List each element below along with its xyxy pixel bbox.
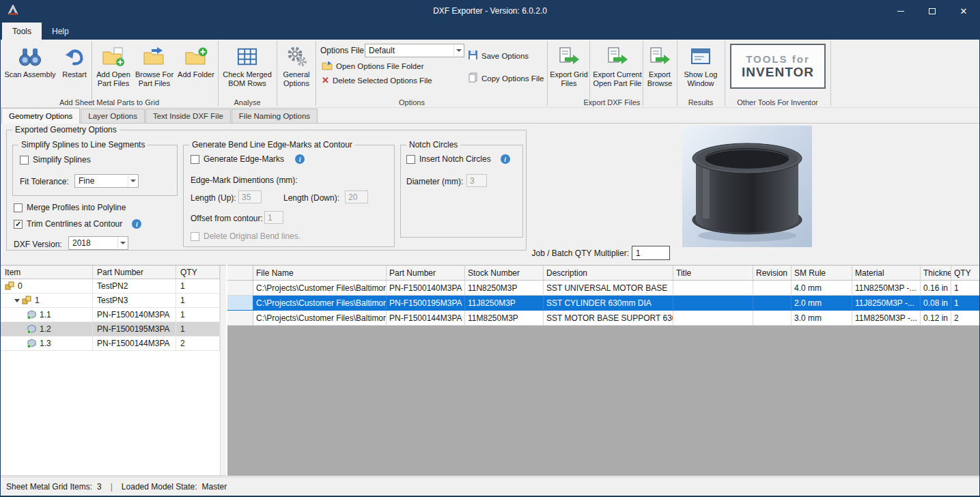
tree-qty: 2: [176, 337, 220, 350]
copy-options-file-button[interactable]: Copy Options File: [468, 72, 544, 84]
check-merged-bom-rows-button[interactable]: Check Merged BOM Rows: [220, 42, 275, 99]
tree-item-number: 0: [18, 281, 23, 291]
col-revision[interactable]: Revision: [753, 266, 792, 280]
delete-selected-options-file-button[interactable]: ✕ Delete Selected Options File: [322, 76, 432, 85]
add-folder-button[interactable]: Add Folder: [177, 42, 215, 99]
col-sm-rule[interactable]: SM Rule: [792, 266, 852, 280]
length-up-input[interactable]: 35: [238, 190, 262, 203]
restart-button[interactable]: Restart: [59, 42, 89, 99]
delete-original-bend-lines-checkbox[interactable]: [191, 232, 199, 241]
info-icon[interactable]: i: [295, 154, 305, 164]
col-file-name[interactable]: File Name: [253, 266, 387, 280]
tree-grid-scrollbar[interactable]: [220, 266, 226, 475]
copy-icon: [468, 72, 478, 84]
cell-title: [673, 311, 753, 326]
qty-multiplier-input[interactable]: 1: [632, 246, 670, 260]
tree-item-number: 1: [35, 296, 40, 305]
grid-row[interactable]: C:\Projects\Customer Files\Baltimor... P…: [227, 281, 980, 296]
simplify-splines-checkbox[interactable]: [20, 156, 29, 165]
tools-for-inventor-logo[interactable]: TOOLS for INVENTOR: [730, 44, 826, 89]
save-options-button[interactable]: Save Options: [468, 50, 529, 61]
part-icon: [27, 324, 37, 334]
tree-col-qty[interactable]: QTY: [176, 266, 220, 279]
cell-file-name: C:\Projects\Customer Files\Baltimor...: [253, 311, 387, 326]
merge-profiles-checkbox-row[interactable]: Merge Profiles into Polyline: [14, 203, 126, 212]
simplify-splines-checkbox-row[interactable]: Simplify Splines: [20, 155, 91, 165]
length-down-input[interactable]: 20: [345, 190, 368, 203]
show-log-window-button[interactable]: Show Log Window: [679, 42, 723, 99]
generate-edge-marks-checkbox[interactable]: [191, 155, 199, 164]
chevron-down-icon[interactable]: [14, 299, 20, 302]
export-current-open-part-file-button[interactable]: Export Current Open Part File: [591, 42, 644, 99]
grid-row[interactable]: C:\Projects\Customer Files\Baltimor... P…: [227, 311, 980, 326]
tree-row[interactable]: 1.3 PN-F1500144M3PA 2: [1, 337, 220, 351]
offset-from-contour-value: 1: [268, 213, 272, 223]
cell-thickness: 0.16 in: [921, 281, 951, 296]
tab-geometry-options[interactable]: Geometry Options: [1, 108, 80, 124]
tree-row[interactable]: 0 TestPN2 1: [1, 279, 220, 294]
scan-assembly-button[interactable]: Scan Assembly: [3, 42, 57, 99]
tree-col-item[interactable]: Item: [1, 266, 93, 279]
col-thickness[interactable]: Thickness: [921, 266, 951, 280]
col-material[interactable]: Material: [852, 266, 921, 280]
info-icon[interactable]: i: [132, 219, 141, 229]
general-options-button[interactable]: General Options: [278, 42, 315, 99]
close-button[interactable]: ✕: [948, 0, 979, 22]
delete-original-bend-lines-checkbox-row[interactable]: Delete Original Bend lines.: [191, 231, 300, 241]
export-browse-label: Export Browse: [644, 70, 675, 88]
export-grid-files-button[interactable]: Export Grid Files: [550, 42, 588, 99]
col-description[interactable]: Description: [544, 266, 673, 280]
copy-options-file-label: Copy Options File: [481, 74, 544, 83]
add-open-part-files-button[interactable]: Add Open Part Files: [95, 42, 132, 99]
length-up-value: 35: [242, 193, 251, 202]
tree-row[interactable]: 1 TestPN3 1: [1, 294, 220, 308]
col-part-number[interactable]: Part Number: [387, 266, 465, 280]
cell-qty: 1: [951, 296, 980, 311]
exported-geometry-options-group: Exported Geometry Options Simplify Splin…: [6, 130, 527, 251]
options-file-combo[interactable]: Default: [365, 44, 464, 57]
merge-profiles-checkbox[interactable]: [14, 203, 23, 212]
chevron-down-icon: [128, 175, 138, 187]
part-3d-preview[interactable]: [682, 126, 812, 247]
open-options-file-folder-button[interactable]: Open Options File Folder: [322, 61, 423, 72]
export-page-arrow-icon: [606, 43, 628, 70]
ribbon: Scan Assembly Restart Add Open Part File…: [1, 40, 979, 108]
insert-notch-circles-checkbox-row[interactable]: Insert Notch Circles i: [406, 154, 510, 164]
general-options-label: General Options: [278, 70, 315, 88]
delete-selected-options-file-label: Delete Selected Options File: [333, 76, 432, 85]
ribbon-group-label-other-tools: Other Tools For Inventor: [725, 98, 830, 106]
generate-edge-marks-checkbox-row[interactable]: Generate Edge-Marks i: [191, 154, 305, 164]
cell-material: 11N8250M3P -...: [852, 281, 921, 296]
info-icon[interactable]: i: [501, 154, 510, 164]
cell-thickness: 0.08 in: [921, 296, 951, 311]
trim-centrelines-checkbox-row[interactable]: ✓ Trim Centrlines at Contour i: [14, 219, 141, 229]
cell-description: SST UNIVERSAL MOTOR BASE: [544, 281, 673, 296]
grid-row-selected[interactable]: C:\Projects\Customer Files\Baltimor... P…: [227, 296, 980, 311]
chevron-down-icon: [453, 44, 464, 57]
tab-layer-options[interactable]: Layer Options: [81, 109, 145, 123]
offset-from-contour-input[interactable]: 1: [264, 211, 283, 224]
maximize-icon: [929, 8, 936, 14]
tree-qty: 1: [176, 294, 220, 307]
dxf-version-combo[interactable]: 2018: [68, 236, 128, 250]
col-title[interactable]: Title: [673, 266, 753, 280]
trim-centrelines-checkbox[interactable]: ✓: [14, 220, 23, 229]
col-qty[interactable]: QTY: [951, 266, 980, 280]
insert-notch-circles-checkbox[interactable]: [406, 155, 415, 164]
maximize-button[interactable]: [916, 0, 948, 22]
menu-tab-tools[interactable]: Tools: [2, 23, 42, 40]
menu-tab-help[interactable]: Help: [42, 23, 79, 40]
tree-row-selected[interactable]: 1.2 PN-F1500195M3PA 1: [1, 322, 220, 337]
browse-for-part-files-button[interactable]: Browse For Part Files: [135, 42, 174, 99]
tree-row[interactable]: 1.1 PN-F1500140M3PA 1: [1, 308, 220, 322]
minimize-button[interactable]: [885, 0, 916, 22]
cell-stock-number: 11J8250M3P: [465, 296, 544, 311]
tab-text-inside-dxf-file[interactable]: Text Inside DXF File: [145, 109, 231, 123]
tab-file-naming-options[interactable]: File Naming Options: [232, 109, 318, 123]
folder-browse-icon: [143, 43, 166, 70]
col-stock-number[interactable]: Stock Number: [465, 266, 544, 280]
tree-col-part-number[interactable]: Part Number: [93, 266, 176, 279]
fit-tolerance-combo[interactable]: Fine: [74, 174, 139, 188]
diameter-input[interactable]: 3: [466, 174, 487, 187]
export-browse-button[interactable]: Export Browse: [644, 42, 675, 99]
